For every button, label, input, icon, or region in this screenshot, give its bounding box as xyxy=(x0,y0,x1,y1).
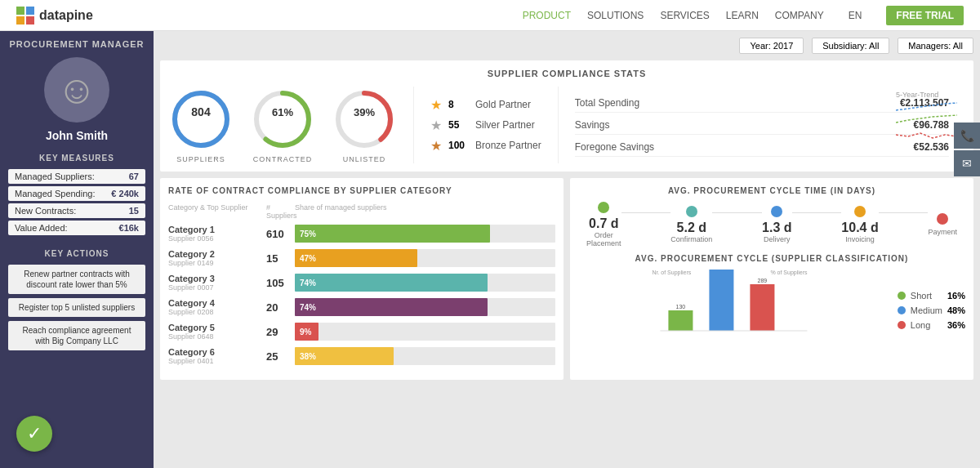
cat-name-2: Category 3 xyxy=(168,274,266,283)
svg-text:% of Suppliers: % of Suppliers xyxy=(770,270,808,276)
cycle-dot-0 xyxy=(598,202,609,213)
svg-text:130: 130 xyxy=(676,304,686,310)
nav-links: PRODUCT SOLUTIONS SERVICES LEARN COMPANY… xyxy=(523,6,964,25)
gauge-svg-unlisted: 39% xyxy=(332,87,397,152)
filter-subsidiary[interactable]: Subsidiary: All xyxy=(812,38,889,54)
nav-solutions[interactable]: SOLUTIONS xyxy=(587,10,644,21)
gauge-suppliers: 804 SUPPLIERS xyxy=(168,87,234,163)
logo-text: datapine xyxy=(39,8,93,23)
nav-company[interactable]: COMPANY xyxy=(775,10,824,21)
phone-button[interactable]: 📞 xyxy=(954,123,980,149)
cat-num-3: 20 xyxy=(266,301,295,314)
classification-title: AVG. PROCUREMENT CYCLE (SUPPLIER CLASSIF… xyxy=(578,254,965,263)
spending-savings: Savings €96.788 xyxy=(575,116,949,135)
key-measures-label: KEY MEASURES xyxy=(8,154,145,163)
cycle-val-2: 1.3 d xyxy=(762,221,791,235)
cat-num-1: 15 xyxy=(266,252,295,265)
bar-fill-1: 47% xyxy=(295,249,417,267)
classification-chart: Nr. of Suppliers % of Suppliers 130 385 xyxy=(578,268,889,352)
class-content: Nr. of Suppliers % of Suppliers 130 385 xyxy=(578,268,965,352)
svg-rect-19 xyxy=(750,284,774,331)
bar-fill-5: 38% xyxy=(295,347,394,365)
bar-fill-0: 75% xyxy=(295,225,490,243)
stats-inner: 804 SUPPLIERS 61% CONTRACTED xyxy=(168,87,965,163)
spending-foregone: Foregone Savings €52.536 xyxy=(575,138,949,157)
cat-name-1: Category 2 xyxy=(168,249,266,259)
filter-year[interactable]: Year: 2017 xyxy=(739,38,804,54)
nav-learn[interactable]: LEARN xyxy=(726,10,759,21)
legend-label-short: Short xyxy=(911,291,932,301)
measure-managed-spending: Managed Spending: € 240k xyxy=(8,186,145,201)
nav-product[interactable]: PRODUCT xyxy=(523,10,571,21)
spending-total-label: Total Spending xyxy=(575,97,639,109)
gauge-label-unlisted: UNLISTED xyxy=(343,155,386,163)
shield-badge[interactable]: ✓ xyxy=(16,416,52,452)
bar-fill-4: 9% xyxy=(295,323,318,341)
compliance-header: Category & Top Supplier # Suppliers Shar… xyxy=(168,203,555,220)
cycle-step-4: Payment xyxy=(928,213,957,236)
cat-num-5: 25 xyxy=(266,350,295,363)
bottom-panels: RATE OF CONTRACT COMPLIANCE BY SUPPLIER … xyxy=(160,178,973,380)
classification-section: AVG. PROCUREMENT CYCLE (SUPPLIER CLASSIF… xyxy=(578,254,965,372)
bronze-star-icon: ★ xyxy=(430,138,442,154)
svg-text:39%: 39% xyxy=(354,106,375,118)
logo[interactable]: datapine xyxy=(16,7,93,25)
cycle-step-0: 0.7 d OrderPlacement xyxy=(586,202,621,247)
measure-val-3: €16k xyxy=(119,223,139,233)
cat-name-4: Category 5 xyxy=(168,323,266,332)
svg-text:61%: 61% xyxy=(272,106,293,118)
bar-container-1: 47% xyxy=(295,249,555,267)
spending-savings-label: Savings xyxy=(575,119,610,131)
svg-text:Nr. of Suppliers: Nr. of Suppliers xyxy=(652,270,691,276)
cycle-step-2: 1.3 d Delivery xyxy=(762,206,791,243)
key-actions-section: KEY ACTIONS Renew partner contracts with… xyxy=(0,249,154,354)
partner-bronze: ★ 100 Bronze Partner xyxy=(430,138,541,154)
cat-sub-2: Supplier 0007 xyxy=(168,283,266,292)
user-avatar-icon: ☺ xyxy=(56,70,96,109)
gold-count: 8 xyxy=(448,99,469,110)
cycle-label-3: Invoicing xyxy=(845,235,875,243)
supplier-stats-card: SUPPLIER COMPLIANCE STATS 804 SUPPLIERS xyxy=(160,60,973,172)
connector-3 xyxy=(879,212,929,213)
partner-gold: ★ 8 Gold Partner xyxy=(430,97,541,113)
filter-bar: Year: 2017 Subsidiary: All Managers: All xyxy=(160,38,973,54)
compliance-row-2: Category 3 Supplier 0007 105 74% xyxy=(168,274,555,292)
classification-legend: Short 16% Medium 48% Long xyxy=(898,268,965,352)
legend-dot-long xyxy=(898,321,906,329)
main-layout: PROCUREMENT MANAGER ☺ John Smith KEY MEA… xyxy=(0,31,980,468)
silver-star-icon: ★ xyxy=(430,118,442,133)
compliance-rows: Category 1 Supplier 0056 610 75% Categor… xyxy=(168,225,555,365)
col-bar-header: Share of managed suppliers xyxy=(295,203,555,220)
language-selector[interactable]: EN xyxy=(849,10,862,21)
bar-container-0: 75% xyxy=(295,225,555,243)
contact-sidebar: 📞 ✉ xyxy=(954,123,980,176)
action-btn-0[interactable]: Renew partner contracts with discount ra… xyxy=(8,265,145,294)
cycle-step-3: 10.4 d Invoicing xyxy=(841,206,878,243)
spending-section: 5-Year-Trend Total Spending €2.113.507 xyxy=(559,87,965,163)
gauge-label-suppliers: SUPPLIERS xyxy=(176,155,225,163)
measure-label-0: Managed Suppliers: xyxy=(15,172,95,181)
cat-name-3: Category 4 xyxy=(168,298,266,308)
compliance-row-5: Category 6 Supplier 0401 25 38% xyxy=(168,347,555,365)
nav-services[interactable]: SERVICES xyxy=(660,10,709,21)
cycle-label-2: Delivery xyxy=(764,235,791,243)
cat-num-4: 29 xyxy=(266,326,295,338)
email-button[interactable]: ✉ xyxy=(954,150,980,176)
measure-value-added: Value Added: €16k xyxy=(8,221,145,235)
measure-managed-suppliers: Managed Suppliers: 67 xyxy=(8,169,145,184)
cat-sub-1: Supplier 0149 xyxy=(168,259,266,267)
filter-managers[interactable]: Managers: All xyxy=(898,38,973,54)
compliance-row-0: Category 1 Supplier 0056 610 75% xyxy=(168,225,555,243)
compliance-title: RATE OF CONTRACT COMPLIANCE BY SUPPLIER … xyxy=(168,186,555,195)
content-area: Year: 2017 Subsidiary: All Managers: All… xyxy=(154,31,980,468)
legend-medium: Medium 48% xyxy=(898,305,965,315)
action-btn-2[interactable]: Reach compliance agreement with Big Comp… xyxy=(8,321,145,350)
action-btn-1[interactable]: Register top 5 unlisted suppliers xyxy=(8,298,145,317)
free-trial-button[interactable]: FREE TRIAL xyxy=(886,6,964,25)
bronze-label: Bronze Partner xyxy=(475,140,541,151)
cycle-label-1: Confirmation xyxy=(670,235,712,243)
cat-sub-4: Supplier 0648 xyxy=(168,332,266,341)
measure-label-1: Managed Spending: xyxy=(15,189,95,198)
gauge-svg-suppliers: 804 xyxy=(168,87,234,152)
stats-card-title: SUPPLIER COMPLIANCE STATS xyxy=(168,69,965,78)
